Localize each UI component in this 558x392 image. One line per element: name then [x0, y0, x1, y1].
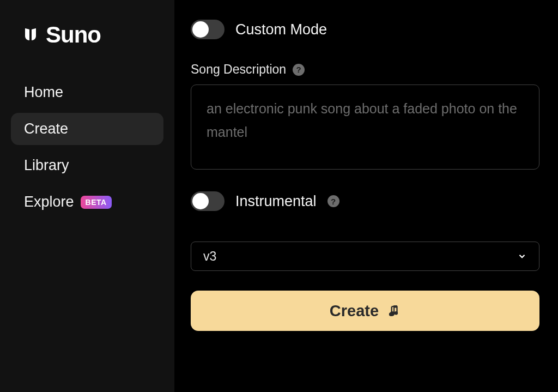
instrumental-row: Instrumental ? [191, 191, 542, 211]
beta-badge: BETA [81, 196, 112, 209]
sidebar-item-label: Library [24, 157, 69, 174]
suno-logo-icon [20, 24, 41, 46]
music-note-icon [386, 304, 401, 318]
help-icon[interactable]: ? [293, 64, 305, 76]
description-label-row: Song Description ? [191, 62, 542, 77]
sidebar-item-create[interactable]: Create [11, 113, 163, 145]
create-button[interactable]: Create [191, 291, 539, 331]
main-content: Custom Mode Song Description ? Instrumen… [174, 0, 558, 392]
toggle-knob [192, 193, 209, 209]
custom-mode-row: Custom Mode [191, 20, 542, 39]
description-label: Song Description [191, 62, 286, 77]
sidebar-item-label: Explore [24, 194, 74, 210]
version-selected-value: v3 [203, 249, 216, 264]
sidebar-item-explore[interactable]: Explore BETA [11, 186, 163, 218]
instrumental-label: Instrumental [235, 193, 317, 210]
custom-mode-toggle[interactable] [191, 20, 225, 39]
sidebar-item-home[interactable]: Home [11, 76, 163, 108]
sidebar-item-label: Home [24, 84, 63, 101]
instrumental-toggle[interactable] [191, 191, 225, 211]
help-icon[interactable]: ? [327, 195, 339, 207]
logo-text: Suno [46, 22, 101, 48]
svg-point-2 [389, 312, 393, 316]
sidebar-item-label: Create [24, 120, 68, 137]
nav: Home Create Library Explore BETA [11, 76, 163, 218]
version-select[interactable]: v3 [191, 242, 539, 271]
song-description-input[interactable] [191, 85, 539, 170]
logo[interactable]: Suno [20, 22, 163, 48]
sidebar: Suno Home Create Library Explore BETA [0, 0, 174, 392]
custom-mode-label: Custom Mode [235, 21, 327, 38]
svg-point-1 [395, 311, 398, 315]
chevron-down-icon [517, 251, 527, 261]
create-button-label: Create [330, 302, 379, 320]
sidebar-item-library[interactable]: Library [11, 149, 163, 182]
toggle-knob [192, 21, 209, 38]
